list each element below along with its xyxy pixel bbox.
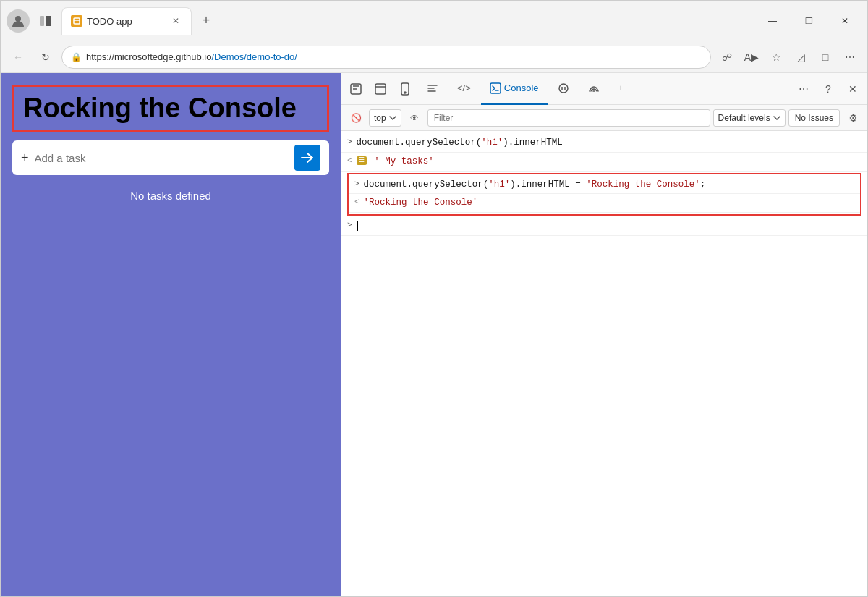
devtools-device-button[interactable] [393,77,417,101]
context-selector[interactable]: top [369,109,401,127]
devtools-toolbar: </> Console + ⋯ ? ✕ [341,73,867,105]
profile-avatar[interactable] [7,9,30,33]
console-output-1: ☰ ' My tasks' [357,155,861,169]
console-toolbar: 🚫 top 👁 Default levels No Issues ⚙ [341,105,867,131]
devtools-help-button[interactable]: ? [817,77,840,101]
sidebar-toggle-button[interactable] [35,11,56,31]
console-line-5[interactable]: > [341,217,867,236]
nav-bar: ← ↻ 🔒 https://microsoftedge.github.io/De… [1,41,867,73]
add-task-input[interactable] [35,152,289,164]
add-icon: + [21,151,29,166]
todo-icon-inline: ☰ [357,156,367,165]
tab-strip: TODO app ✕ + [61,7,750,35]
read-aloud-button[interactable]: A▶ [740,46,763,69]
console-line-3: > document.querySelector('h1').innerHTML… [349,176,860,195]
output-caret-2: < [354,198,359,206]
input-caret-3: > [347,221,352,229]
console-output[interactable]: > document.querySelector('h1').innerHTML… [341,131,867,596]
devtools-tab-more[interactable]: + [610,73,633,105]
favorites-button[interactable]: ☆ [765,46,788,69]
content-area: Rocking the Console + No tasks defined [1,73,867,596]
split-view-button[interactable]: ◿ [789,46,812,69]
app-panel: Rocking the Console + No tasks defined [1,73,341,596]
maximize-button[interactable]: ❐ [792,9,825,33]
collections-button[interactable]: □ [814,46,837,69]
console-code-1: document.querySelector('h1').innerHTML [357,136,861,150]
new-tab-button[interactable]: + [195,9,218,33]
devtools-options-button[interactable]: ⋯ [792,77,815,101]
devtools-tab-console[interactable]: Console [481,73,548,105]
back-button[interactable]: ← [7,46,30,69]
console-output-2: 'Rocking the Console' [364,196,854,210]
nav-right-buttons: ☍ A▶ ☆ ◿ □ ⋯ [715,46,861,69]
console-issues-button[interactable]: No Issues [788,109,840,127]
app-header-box: Rocking the Console [12,85,329,132]
console-clear-button[interactable]: 🚫 [346,108,366,128]
console-highlighted-block: > document.querySelector('h1').innerHTML… [347,173,861,216]
devtools-panel: </> Console + ⋯ ? ✕ 🚫 [341,73,867,596]
console-settings-button[interactable]: ⚙ [843,108,863,128]
window-controls: — ❐ ✕ [756,9,861,33]
svg-rect-6 [375,84,386,94]
reload-button[interactable]: ↻ [34,46,57,69]
context-label: top [374,113,386,123]
svg-rect-1 [40,16,44,26]
devtools-tab-elements[interactable] [418,73,447,105]
svg-point-11 [559,84,568,93]
svg-point-0 [15,16,21,22]
devtools-toggle-button[interactable] [369,77,392,101]
reading-view-button[interactable]: ☍ [715,46,739,69]
add-task-submit-button[interactable] [294,145,320,171]
active-tab[interactable]: TODO app ✕ [61,7,192,35]
output-caret-1: < [347,156,352,165]
no-tasks-label: No tasks defined [12,190,329,202]
log-levels-selector[interactable]: Default levels [713,109,786,127]
console-line-1: > document.querySelector('h1').innerHTML [341,134,867,153]
input-caret-1: > [347,137,352,146]
tab-label: TODO app [87,16,165,27]
devtools-close-button[interactable]: ✕ [841,77,864,101]
svg-point-9 [404,92,406,93]
console-eye-button[interactable]: 👁 [404,108,425,128]
app-title: Rocking the Console [23,93,318,124]
title-bar: TODO app ✕ + — ❐ ✕ [1,1,867,41]
browser-window: TODO app ✕ + — ❐ ✕ ← ↻ 🔒 https://microso… [0,0,868,597]
devtools-tab-debug[interactable] [549,73,578,105]
log-levels-label: Default levels [718,113,770,123]
devtools-inspect-button[interactable] [344,77,367,101]
devtools-tab-sources[interactable]: </> [448,73,480,105]
address-text: https://microsoftedge.github.io/Demos/de… [86,51,702,62]
console-cursor [357,221,358,231]
console-cursor-line [357,219,861,233]
close-button[interactable]: ✕ [828,9,861,33]
svg-rect-2 [46,16,51,26]
devtools-tab-network[interactable] [579,73,608,105]
svg-rect-3 [74,18,80,24]
console-code-2: document.querySelector('h1').innerHTML =… [364,178,854,192]
more-button[interactable]: ⋯ [838,46,861,69]
console-line-2: < ☰ ' My tasks' [341,153,867,172]
console-filter-input[interactable] [427,109,710,127]
console-line-4: < 'Rocking the Console' [349,194,860,213]
input-caret-2: > [354,179,359,188]
address-bar[interactable]: 🔒 https://microsoftedge.github.io/Demos/… [61,46,711,69]
tab-favicon [71,15,82,27]
lock-icon: 🔒 [71,52,82,62]
tab-close-button[interactable]: ✕ [169,14,182,27]
minimize-button[interactable]: — [756,9,789,33]
add-task-bar: + [12,140,329,175]
